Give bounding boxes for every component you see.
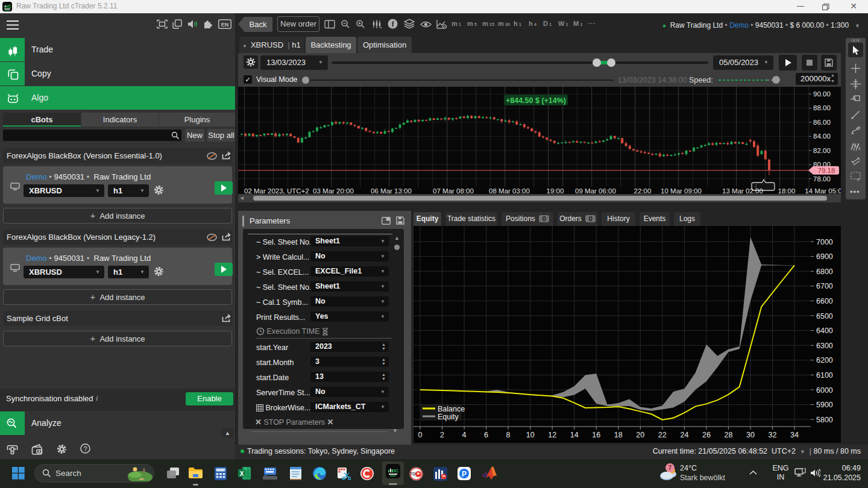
- svg-text:19:00: 19:00: [547, 187, 564, 194]
- svg-text:06 Mar 13:00: 06 Mar 13:00: [371, 187, 412, 194]
- svg-text:6200: 6200: [816, 356, 833, 364]
- svg-text:7000: 7000: [816, 238, 833, 246]
- svg-text:5900: 5900: [816, 401, 833, 409]
- svg-text:07 Mar 08:00: 07 Mar 08:00: [433, 187, 474, 194]
- svg-text:6400: 6400: [816, 327, 833, 335]
- svg-text:Equity: Equity: [438, 413, 459, 421]
- svg-text:6800: 6800: [816, 267, 833, 276]
- svg-text:14: 14: [570, 431, 579, 439]
- svg-text:22: 22: [658, 431, 667, 439]
- svg-text:10: 10: [526, 431, 535, 439]
- svg-text:X: X: [240, 471, 244, 477]
- svg-text:18:00: 18:00: [778, 187, 796, 194]
- svg-text:18: 18: [614, 431, 623, 439]
- svg-text:12: 12: [548, 431, 556, 439]
- svg-text:EN: EN: [221, 22, 229, 28]
- svg-text:6700: 6700: [816, 282, 833, 290]
- svg-text:2: 2: [440, 431, 444, 439]
- svg-text:6900: 6900: [816, 252, 833, 261]
- svg-text:32: 32: [769, 431, 777, 439]
- svg-text:IC: IC: [7, 4, 11, 8]
- svg-text:6600: 6600: [816, 297, 833, 305]
- svg-text:4: 4: [462, 431, 467, 439]
- svg-text:30: 30: [746, 431, 755, 439]
- svg-text:79.18: 79.18: [818, 167, 835, 174]
- svg-text:IC: IC: [394, 468, 398, 474]
- svg-text:F: F: [857, 177, 860, 182]
- svg-text:13 Mar 02:00: 13 Mar 02:00: [722, 187, 763, 194]
- svg-text:28: 28: [724, 431, 732, 439]
- svg-text:08 Mar 03:00: 08 Mar 03:00: [489, 187, 530, 194]
- svg-text:02 Mar 2023, UTC+2: 02 Mar 2023, UTC+2: [244, 187, 309, 194]
- svg-text:0: 0: [418, 431, 423, 439]
- svg-text:78.00: 78.00: [813, 175, 831, 183]
- svg-text:6500: 6500: [816, 312, 833, 321]
- svg-text:20: 20: [636, 431, 644, 439]
- svg-text:?: ?: [83, 445, 87, 452]
- svg-text:6: 6: [484, 431, 488, 439]
- svg-text:88.00: 88.00: [813, 104, 831, 111]
- svg-text:Balance: Balance: [438, 405, 465, 413]
- svg-text:16: 16: [592, 431, 600, 439]
- svg-text:10 Mar 09:00: 10 Mar 09:00: [661, 187, 702, 194]
- svg-text:09 Mar 06:00: 09 Mar 06:00: [575, 187, 616, 194]
- svg-text:6300: 6300: [816, 342, 833, 350]
- svg-text:86.00: 86.00: [813, 119, 831, 126]
- svg-text:34: 34: [790, 431, 799, 439]
- svg-text:P: P: [462, 470, 467, 478]
- svg-text:6100: 6100: [816, 371, 833, 380]
- svg-text:24: 24: [680, 431, 688, 439]
- svg-text:84.00: 84.00: [813, 133, 831, 140]
- svg-text:90.00: 90.00: [813, 90, 831, 98]
- svg-text:£: £: [858, 146, 861, 151]
- svg-text:5800: 5800: [816, 416, 833, 424]
- svg-text:03 Mar 20:00: 03 Mar 20:00: [313, 187, 354, 194]
- svg-text:82.00: 82.00: [813, 147, 831, 154]
- svg-text:+844.50 $ (+14%): +844.50 $ (+14%): [506, 96, 566, 105]
- svg-text:22:00: 22:00: [634, 187, 652, 194]
- svg-text:6000: 6000: [816, 386, 833, 395]
- svg-text:8: 8: [506, 431, 511, 439]
- svg-text:14 Mar 05:0: 14 Mar 05:0: [805, 187, 841, 194]
- svg-text:26: 26: [702, 431, 711, 439]
